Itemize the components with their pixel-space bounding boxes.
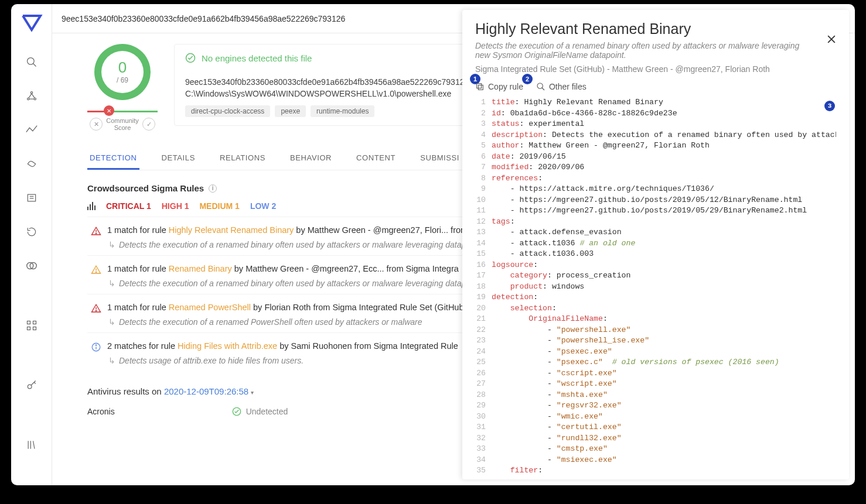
gauge-den: / 69 (117, 77, 128, 85)
sev-medium[interactable]: MEDIUM 1 (199, 201, 239, 211)
svg-rect-15 (27, 327, 30, 330)
gauge-num: 0 (117, 59, 128, 77)
code-line: 21 OriginalFileName: (475, 314, 836, 325)
severity-icon (91, 342, 101, 354)
code-line: 1title: Highly Relevant Renamed Binary (475, 97, 836, 108)
svg-rect-8 (28, 194, 35, 201)
severity-bars-icon (87, 202, 96, 210)
engine-msg: No engines detected this file (202, 53, 312, 63)
community-check-icon[interactable]: ✓ (142, 118, 155, 131)
sev-critical[interactable]: CRITICAL 1 (106, 201, 151, 211)
search-icon[interactable] (25, 56, 38, 68)
svg-point-17 (28, 385, 32, 389)
code-line: 23 - "powershell_ise.exe" (475, 335, 836, 347)
code-line: 30 - "wmic.exe" (475, 412, 836, 423)
code-line: 3status: experimental (475, 119, 836, 130)
rule-link[interactable]: Hiding Files with Attrib.exe (178, 341, 277, 351)
trend-icon[interactable] (25, 124, 38, 136)
code-line: 22 - "powershell.exe" (475, 325, 836, 336)
code-block[interactable]: 1title: Highly Relevant Renamed Binary2i… (475, 97, 836, 474)
tab-content[interactable]: CONTENT (354, 148, 398, 170)
tab-detection[interactable]: DETECTION (87, 148, 139, 170)
sev-low[interactable]: LOW 2 (250, 201, 276, 211)
community-bad-icon: ✕ (104, 105, 114, 116)
svg-point-41 (537, 83, 543, 88)
tag[interactable]: runtime-modules (311, 105, 374, 117)
sev-high[interactable]: HIGH 1 (162, 201, 189, 211)
info-icon[interactable]: i (209, 184, 217, 193)
code-line: 24 - "psexec.exe" (475, 347, 836, 358)
community-x-icon[interactable]: ✕ (90, 118, 103, 131)
av-status-text: Undetected (246, 407, 288, 416)
key-icon[interactable] (25, 379, 38, 392)
rule-link[interactable]: Renamed PowerShell (169, 303, 251, 312)
tab-behavior[interactable]: BEHAVIOR (288, 148, 334, 170)
severity-icon (91, 226, 101, 238)
code-line: 12tags: (475, 217, 836, 228)
other-files-button[interactable]: Other files (536, 82, 587, 91)
tag[interactable]: peexe (275, 105, 306, 117)
svg-rect-14 (33, 321, 36, 324)
chevron-down-icon: ▾ (251, 389, 254, 396)
qr-icon[interactable] (25, 319, 38, 332)
code-line: 34 - "msiexec.exe" (475, 455, 836, 466)
tab-relations[interactable]: RELATIONS (217, 148, 268, 170)
code-line: 29 - "regsvr32.exe" (475, 400, 836, 412)
svg-point-2 (30, 92, 32, 94)
svg-point-35 (96, 345, 96, 345)
community-bar: ✕ (87, 111, 158, 112)
list-icon[interactable] (25, 191, 38, 204)
search-icon (536, 82, 545, 91)
sub-arrow-icon: ↳ (108, 356, 115, 365)
tag[interactable]: direct-cpu-clock-access (185, 105, 270, 117)
rule-desc: Detects the execution of a renamed binar… (119, 279, 482, 288)
code-line: 15 - attack.t1036.003 (475, 249, 836, 260)
tab-details[interactable]: DETAILS (159, 148, 197, 170)
graph-icon[interactable] (25, 90, 38, 102)
svg-line-6 (32, 94, 35, 98)
library-icon[interactable] (25, 438, 38, 451)
code-line: 35 filter: (475, 465, 836, 474)
venn-icon[interactable] (25, 259, 38, 272)
svg-line-19 (34, 382, 35, 384)
copy-rule-button[interactable]: Copy rule (475, 82, 523, 91)
code-line: 8references: (475, 173, 836, 184)
notify-icon[interactable] (25, 157, 38, 170)
code-line: 19detection: (475, 292, 836, 303)
check-circle-icon (232, 407, 241, 416)
svg-point-3 (27, 98, 29, 100)
svg-line-1 (33, 64, 36, 67)
callout-2: 2 (522, 74, 533, 84)
severity-icon (91, 265, 101, 277)
panel-title: Highly Relevant Renamed Binary (475, 20, 836, 37)
code-line: 16logsource: (475, 260, 836, 271)
svg-point-0 (27, 58, 34, 65)
code-line: 28 - "mshta.exe" (475, 390, 836, 401)
rule-panel: Highly Relevant Renamed Binary Detects t… (462, 10, 849, 479)
sub-arrow-icon: ↳ (108, 279, 115, 288)
svg-rect-16 (33, 327, 36, 330)
rule-link[interactable]: Renamed Binary (169, 264, 232, 273)
svg-line-22 (33, 441, 35, 448)
code-line: 27 - "wscript.exe" (475, 379, 836, 390)
sub-arrow-icon: ↳ (108, 240, 115, 249)
av-timestamp: 2020-12-09T09:26:58 (164, 386, 248, 396)
check-circle-icon (185, 53, 196, 63)
logo[interactable] (20, 11, 43, 35)
code-line: 31 - "certutil.exe" (475, 422, 836, 433)
close-icon[interactable] (826, 33, 837, 47)
code-line: 6date: 2019/06/15 (475, 152, 836, 163)
code-line: 2id: 0ba1da6d-b6ce-4366-828c-18826c9de23… (475, 108, 836, 119)
code-line: 14 - attack.t1036 # an old one (475, 238, 836, 249)
history-icon[interactable] (25, 225, 38, 238)
tab-submissions[interactable]: SUBMISSI (418, 148, 462, 170)
rule-link[interactable]: Highly Relevant Renamed Binary (169, 225, 294, 235)
code-line: 20 selection: (475, 303, 836, 314)
code-line: 25 - "psexec.c" # old versions of psexec… (475, 357, 836, 368)
code-line: 10 - https://mgreen27.github.io/posts/20… (475, 195, 836, 206)
code-line: 9 - https://attack.mitre.org/techniques/… (475, 184, 836, 195)
svg-rect-39 (478, 85, 483, 90)
svg-point-26 (96, 233, 96, 234)
code-line: 13 - attack.defense_evasion (475, 227, 836, 238)
svg-line-42 (542, 88, 544, 90)
